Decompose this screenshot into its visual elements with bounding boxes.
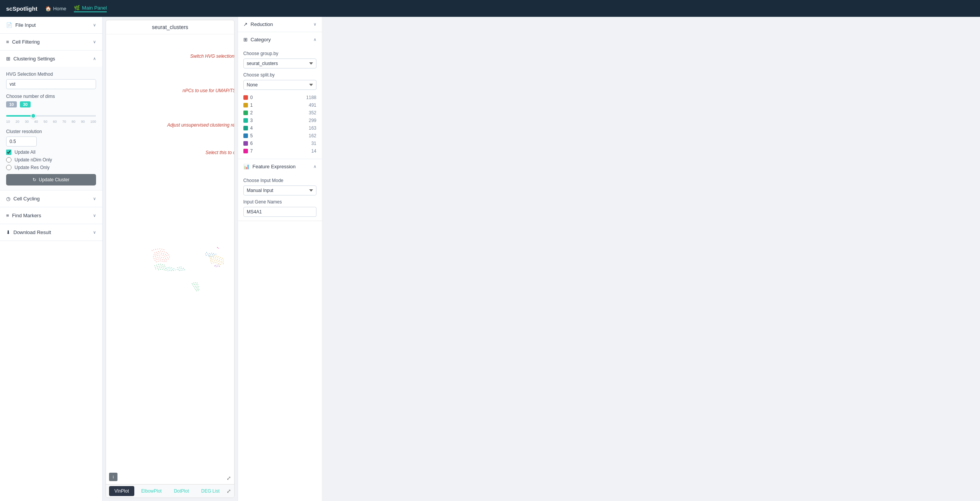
sidebar-section-cell-filtering-header[interactable]: ≡ Cell Filtering ∨ (0, 34, 102, 50)
update-all-label: Update All (15, 150, 36, 155)
main-panel-link[interactable]: 🌿 Main Panel (74, 5, 107, 12)
svg-point-144 (209, 253, 210, 254)
legend-color-6 (243, 141, 248, 146)
sidebar-section-download-result-header[interactable]: ⬇ Download Result ∨ (0, 224, 102, 241)
svg-point-51 (157, 249, 158, 249)
svg-point-136 (220, 264, 221, 265)
svg-point-113 (215, 257, 216, 258)
dims-slider[interactable]: 10 20 30 40 50 60 70 80 90 100 (6, 111, 96, 125)
svg-point-40 (166, 260, 167, 260)
sidebar-section-file-input: 📄 File Input ∨ (0, 17, 102, 34)
home-icon: 🏠 (45, 6, 51, 11)
svg-point-103 (184, 270, 185, 270)
svg-point-133 (215, 262, 215, 263)
legend-color-0 (243, 95, 248, 100)
svg-point-117 (223, 260, 223, 260)
svg-point-150 (214, 254, 215, 255)
svg-point-175 (193, 286, 194, 287)
tab-deglist[interactable]: DEG List (196, 486, 225, 496)
svg-point-59 (164, 265, 165, 265)
sidebar-section-cell-cycling: ◷ Cell Cycling ∨ (0, 190, 102, 207)
svg-point-183 (197, 289, 198, 290)
svg-point-96 (178, 269, 179, 270)
dims-slider-marks: 10 20 30 40 50 60 70 80 90 100 (6, 120, 96, 124)
svg-point-42 (156, 262, 157, 262)
svg-point-122 (219, 260, 220, 261)
group-by-select[interactable]: seurat_clusters orig.ident Phase (243, 59, 316, 68)
svg-point-157 (206, 255, 207, 256)
legend-item-1: 1 491 (243, 101, 316, 109)
sidebar-section-find-markers-header[interactable]: ≡ Find Markers ∨ (0, 207, 102, 224)
cell-filtering-chevron: ∨ (93, 39, 96, 44)
svg-point-26 (156, 258, 157, 259)
right-section-category-header[interactable]: ⊞ Category ∧ (238, 32, 322, 47)
svg-point-135 (219, 264, 219, 264)
sidebar-section-clustering-header[interactable]: ⊞ Clustering Settings ∧ (0, 50, 102, 67)
svg-point-82 (167, 269, 168, 270)
svg-point-3 (158, 251, 159, 252)
home-link[interactable]: 🏠 Home (45, 6, 67, 11)
main-content: seurat_clusters (103, 17, 238, 501)
legend-color-7 (243, 149, 248, 153)
svg-point-130 (221, 263, 222, 264)
svg-point-91 (175, 270, 176, 270)
right-sidebar: ↗ Reduction ∨ ⊞ Category ∧ Choose group.… (238, 17, 322, 501)
category-icon: ⊞ (243, 37, 248, 42)
update-all-checkbox[interactable] (6, 150, 11, 155)
svg-point-124 (223, 262, 223, 262)
sidebar-section-cell-cycling-header[interactable]: ◷ Cell Cycling ∨ (0, 190, 102, 207)
sidebar-section-file-input-header[interactable]: 📄 File Input ∨ (0, 17, 102, 33)
input-mode-select[interactable]: Manual Input Upload File (243, 185, 316, 195)
tab-dotplot[interactable]: DotPlot (168, 486, 194, 496)
svg-point-147 (208, 255, 209, 255)
legend-color-2 (243, 111, 248, 115)
right-section-feature-expression-header[interactable]: 📊 Feature Expression ∧ (238, 159, 322, 174)
svg-rect-0 (106, 220, 234, 299)
svg-point-57 (160, 264, 161, 265)
svg-point-49 (153, 249, 154, 250)
right-section-reduction-header[interactable]: ↗ Reduction ∨ (238, 17, 322, 32)
gene-names-input[interactable] (243, 207, 316, 217)
update-res-radio[interactable] (6, 165, 11, 170)
svg-point-17 (155, 256, 156, 257)
split-by-label: Choose split.by (243, 72, 316, 78)
svg-point-139 (210, 258, 211, 259)
find-markers-title: ≡ Find Markers (6, 213, 41, 218)
svg-point-93 (177, 267, 178, 268)
update-all-option[interactable]: Update All (6, 150, 96, 155)
tab-elbowplot[interactable]: ElbowPlot (136, 486, 167, 496)
plot-info-button[interactable]: i (109, 473, 117, 481)
svg-point-79 (168, 267, 169, 268)
update-cluster-button[interactable]: ↻ Update Cluster (6, 174, 96, 185)
svg-point-86 (174, 268, 174, 269)
svg-point-1 (154, 252, 155, 253)
dims-label: Choose number of dims (6, 94, 96, 99)
svg-point-127 (216, 260, 217, 261)
svg-point-119 (214, 259, 214, 259)
svg-point-53 (161, 249, 162, 250)
hvg-input[interactable] (6, 79, 96, 89)
dims-slider-thumb[interactable] (31, 113, 36, 119)
svg-point-4 (160, 250, 161, 251)
svg-point-24 (168, 255, 169, 255)
split-by-select[interactable]: None seurat_clusters orig.ident (243, 80, 316, 90)
resolution-input[interactable] (6, 137, 37, 146)
legend-color-5 (243, 133, 248, 138)
svg-point-27 (158, 257, 158, 258)
category-chevron: ∧ (313, 37, 316, 42)
update-ndim-radio[interactable] (6, 157, 11, 163)
plot-expand-button[interactable]: ⤢ (227, 475, 231, 481)
cell-cycling-chevron: ∨ (93, 196, 96, 201)
svg-point-88 (170, 270, 170, 271)
svg-point-134 (217, 263, 217, 264)
svg-point-32 (167, 257, 168, 258)
svg-point-84 (171, 268, 171, 269)
tab-expand-button[interactable]: ⤢ (227, 488, 231, 494)
tab-vlnplot[interactable]: VlnPlot (109, 486, 134, 496)
svg-point-167 (192, 283, 192, 284)
svg-point-140 (210, 260, 211, 261)
update-res-option[interactable]: Update Res Only (6, 165, 96, 170)
cell-cycling-icon: ◷ (6, 196, 10, 202)
update-ndim-option[interactable]: Update nDim Only (6, 157, 96, 163)
cell-filtering-title: ≡ Cell Filtering (6, 39, 40, 45)
